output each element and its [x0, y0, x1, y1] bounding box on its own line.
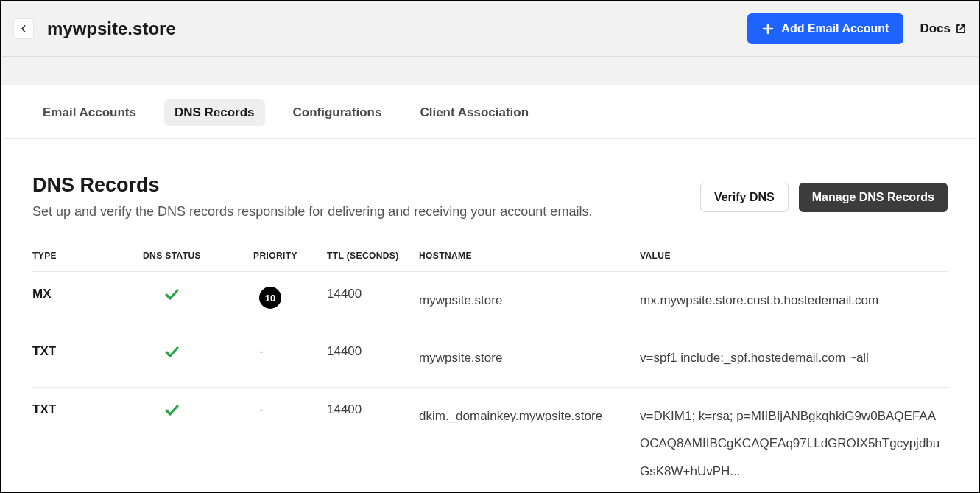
tab-configurations[interactable]: Configurations — [283, 99, 392, 126]
cell-status — [143, 287, 253, 307]
cell-ttl: 14400 — [327, 287, 419, 301]
checkmark-icon — [163, 402, 180, 419]
cell-value: v=spf1 include:_spf.hostedemail.com ~all — [640, 344, 948, 371]
cell-hostname: mywpsite.store — [419, 287, 640, 314]
cell-priority: - — [253, 344, 327, 359]
column-priority: PRIORITY — [253, 251, 327, 261]
cell-value: v=DKIM1; k=rsa; p=MIIBIjANBgkqhkiG9w0BAQ… — [640, 402, 948, 485]
add-email-account-label: Add Email Account — [781, 22, 889, 35]
page-header: mywpsite.store Add Email Account Docs — [1, 1, 979, 57]
plus-icon — [762, 23, 774, 35]
cell-status — [143, 344, 253, 364]
docs-link[interactable]: Docs — [920, 21, 967, 36]
cell-type: MX — [32, 287, 143, 301]
table-row: TXT - 14400 mywpsite.store v=spf1 includ… — [32, 329, 948, 387]
cell-hostname: dkim._domainkey.mywpsite.store — [419, 402, 640, 430]
table-row: TXT - 14400 dkim._domainkey.mywpsite.sto… — [32, 388, 948, 493]
tab-email-accounts[interactable]: Email Accounts — [32, 99, 147, 126]
cell-type: TXT — [32, 402, 143, 417]
section-text: DNS Records Set up and verify the DNS re… — [32, 174, 592, 220]
tab-dns-records[interactable]: DNS Records — [164, 99, 265, 126]
table-body: MX 10 14400 mywpsite.store mx.mywpsite.s… — [32, 272, 948, 493]
table-header-row: TYPE DNS STATUS PRIORITY TTL (SECONDS) H… — [32, 243, 948, 272]
column-value: VALUE — [640, 251, 948, 261]
tabs-bar: Email Accounts DNS Records Configuration… — [3, 85, 977, 139]
site-title: mywpsite.store — [47, 18, 747, 39]
checkmark-icon — [163, 287, 180, 303]
cell-value: mx.mywpsite.store.cust.b.hostedemail.com — [640, 287, 948, 314]
column-type: TYPE — [32, 251, 143, 261]
cell-status — [143, 402, 253, 422]
cell-hostname: mywpsite.store — [419, 344, 640, 371]
checkmark-icon — [163, 344, 180, 360]
tab-client-association[interactable]: Client Association — [409, 99, 539, 126]
cell-priority: 10 — [253, 287, 327, 309]
section-description: Set up and verify the DNS records respon… — [32, 204, 592, 220]
section-actions: Verify DNS Manage DNS Records — [700, 183, 948, 212]
chevron-left-icon — [20, 25, 27, 32]
column-ttl: TTL (SECONDS) — [327, 251, 419, 261]
priority-badge: 10 — [259, 287, 281, 309]
column-status: DNS STATUS — [143, 251, 253, 261]
back-button[interactable] — [13, 18, 34, 39]
docs-label: Docs — [920, 21, 951, 36]
dns-records-table: TYPE DNS STATUS PRIORITY TTL (SECONDS) H… — [32, 243, 948, 493]
cell-type: TXT — [32, 344, 143, 359]
section-header: DNS Records Set up and verify the DNS re… — [32, 174, 948, 220]
table-row: MX 10 14400 mywpsite.store mx.mywpsite.s… — [32, 272, 948, 329]
manage-dns-records-button[interactable]: Manage DNS Records — [799, 183, 948, 212]
cell-priority: - — [253, 402, 327, 417]
cell-ttl: 14400 — [327, 344, 419, 359]
add-email-account-button[interactable]: Add Email Account — [747, 13, 903, 44]
external-link-icon — [955, 23, 967, 35]
section-title: DNS Records — [32, 174, 592, 197]
header-gap — [1, 57, 979, 85]
verify-dns-button[interactable]: Verify DNS — [700, 183, 789, 212]
column-hostname: HOSTNAME — [419, 251, 640, 261]
cell-ttl: 14400 — [327, 402, 419, 417]
content-area: DNS Records Set up and verify the DNS re… — [3, 139, 977, 493]
